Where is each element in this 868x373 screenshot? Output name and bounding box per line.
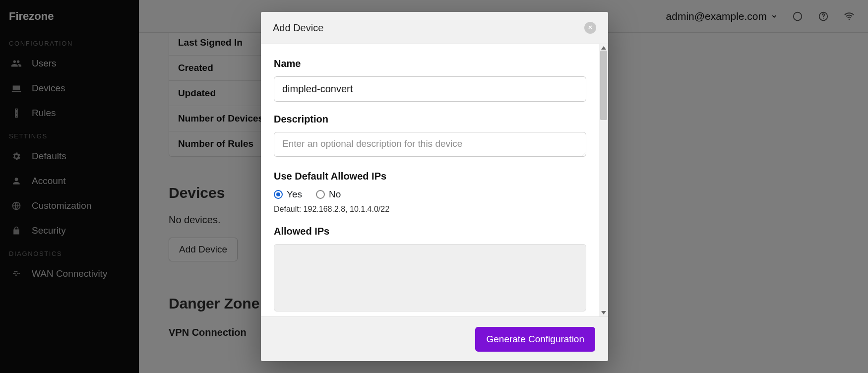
generate-configuration-button[interactable]: Generate Configuration [475, 327, 595, 352]
close-icon [587, 23, 593, 32]
modal-header: Add Device [261, 12, 608, 44]
description-label: Description [274, 114, 586, 125]
form-group-description: Description [274, 114, 586, 159]
scroll-up-arrow-icon[interactable] [601, 46, 606, 50]
use-default-ips-label: Use Default Allowed IPs [274, 171, 586, 182]
form-group-default-ips: Use Default Allowed IPs Yes No Default: … [274, 171, 586, 214]
radio-no[interactable] [316, 190, 325, 199]
scroll-thumb[interactable] [600, 51, 607, 120]
modal-footer: Generate Configuration [261, 316, 608, 361]
modal-body: Name Description Use Default Allowed IPs… [261, 44, 599, 316]
radio-yes[interactable] [274, 190, 283, 199]
radio-row: Yes No [274, 189, 586, 200]
radio-yes-text: Yes [287, 189, 302, 200]
radio-no-text: No [329, 189, 341, 200]
form-group-allowed-ips: Allowed IPs [274, 226, 586, 311]
name-label: Name [274, 58, 586, 69]
modal-close-button[interactable] [584, 22, 596, 34]
allowed-ips-input[interactable] [274, 244, 586, 311]
modal-title: Add Device [273, 22, 323, 34]
device-description-input[interactable] [274, 132, 586, 157]
radio-no-label[interactable]: No [316, 189, 341, 200]
device-name-input[interactable] [274, 76, 586, 102]
allowed-ips-label: Allowed IPs [274, 226, 586, 237]
default-ips-hint: Default: 192.168.2.8, 10.1.4.0/22 [274, 205, 586, 214]
modal-body-wrap: Name Description Use Default Allowed IPs… [261, 44, 608, 316]
add-device-modal: Add Device Name Description Use Default [261, 12, 608, 361]
form-group-name: Name [274, 58, 586, 102]
radio-yes-label[interactable]: Yes [274, 189, 302, 200]
modal-scrollbar[interactable] [599, 44, 608, 316]
scroll-down-arrow-icon[interactable] [601, 311, 606, 314]
scroll-track[interactable] [600, 50, 607, 311]
app-root: Firezone CONFIGURATION Users Devices Rul… [0, 0, 868, 373]
